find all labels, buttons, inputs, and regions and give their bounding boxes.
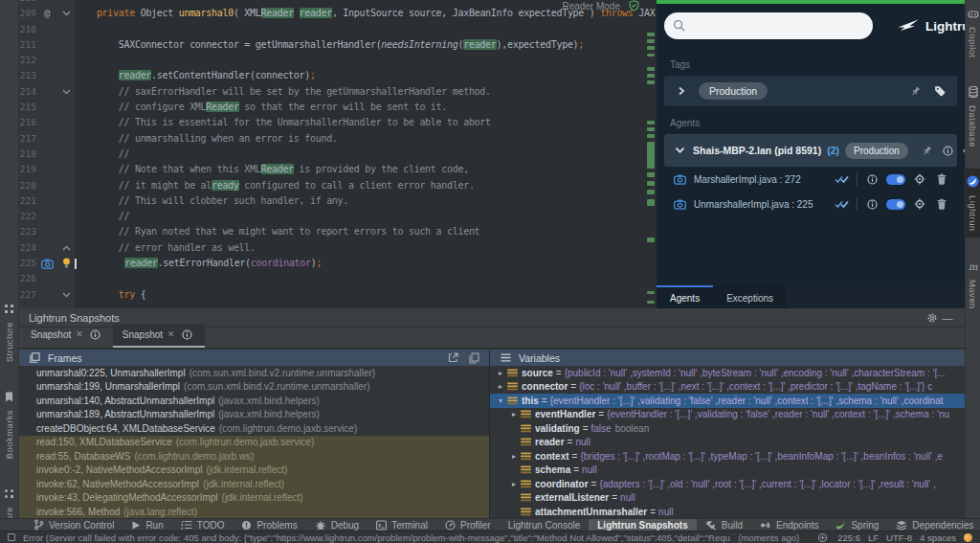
code-line[interactable]: 222 // <box>19 209 657 224</box>
toolwindow-button-dependencies[interactable]: Dependencies <box>887 519 980 532</box>
variable-row[interactable]: externalListener=null <box>490 491 965 506</box>
indent-setting[interactable]: 4 spaces <box>920 532 956 543</box>
inspections-shield-icon[interactable] <box>626 0 641 13</box>
fold-icon-slot[interactable] <box>57 84 75 100</box>
target-icon[interactable] <box>912 171 927 187</box>
tool-strip-item-maven[interactable]: mMaven <box>966 253 980 315</box>
camera-icon[interactable] <box>672 196 687 212</box>
info-icon[interactable] <box>941 143 956 158</box>
variable-row[interactable]: ▾this={eventHandler : '[...]' ,validatin… <box>490 394 965 408</box>
editor-scrollbar[interactable] <box>646 0 656 308</box>
lightrun-tab-exceptions[interactable]: Exceptions <box>713 285 787 308</box>
agent-row[interactable]: Shais-MBP-2.lan (pid 8591) (2) Productio… <box>664 134 957 167</box>
code-line[interactable]: 221 // This will clobber such handler, i… <box>19 193 657 209</box>
fold-icon-slot[interactable] <box>57 256 75 271</box>
code-line[interactable]: 224 // error handler as well. <box>19 240 657 256</box>
agent-snapshot-row[interactable]: UnmarshallerImpl.java : 225 <box>664 192 957 216</box>
toolwindow-button-run[interactable]: Run <box>122 519 171 532</box>
toolwindow-button-version-control[interactable]: Version Control <box>25 519 122 532</box>
toolwindow-button-lightrun-console[interactable]: Lightrun Console <box>500 519 590 532</box>
variable-row[interactable]: validating=falseboolean <box>490 421 965 436</box>
code-line[interactable]: 223 // Ryan noted that we might want to … <box>19 224 657 239</box>
variable-row[interactable]: ▸connector={loc : 'null' ,buffer : '[...… <box>490 380 965 395</box>
variable-row[interactable]: attachmentUnmarshaller=null <box>490 505 965 518</box>
frame-row[interactable]: read:150, XMLDatabaseService(com.lightru… <box>19 436 489 450</box>
trash-icon[interactable] <box>934 196 949 212</box>
tool-strip-item-copilot[interactable]: Copilot <box>966 0 980 63</box>
toolwindow-button-terminal[interactable]: Terminal <box>368 519 436 532</box>
code-line[interactable]: 227 try { <box>19 287 657 303</box>
frame-row[interactable]: unmarshal:189, AbstractUnmarshallerImpl(… <box>19 408 489 422</box>
frame-row[interactable]: createDBObject:64, XMLDatabaseService(co… <box>19 421 489 436</box>
info-icon[interactable] <box>864 171 880 187</box>
status-error-message[interactable]: Error (Server call failed with error cod… <box>23 532 730 543</box>
reader-mode-indicator[interactable]: Reader Mode <box>562 0 641 13</box>
tag-production-pill[interactable]: Production <box>699 82 768 100</box>
code-line[interactable]: 218 // <box>19 147 657 162</box>
search-input[interactable] <box>664 12 873 39</box>
variable-row[interactable]: ▸eventHandler={eventHandler : '[...]' ,v… <box>490 408 965 422</box>
frame-row[interactable]: unmarshal0:225, UnmarshallerImpl(com.sun… <box>19 366 489 380</box>
close-icon[interactable]: ✕ <box>167 329 175 339</box>
lightrun-tab-agents[interactable]: Agents <box>657 285 713 308</box>
agent-snapshot-row[interactable]: MarshallerImpl.java : 272 <box>664 167 957 192</box>
variable-row[interactable]: ▸source={publicId : 'null' ,systemId : '… <box>490 366 965 380</box>
snapshot-enabled-toggle[interactable] <box>886 199 905 210</box>
check2-icon[interactable] <box>835 196 850 212</box>
gear-icon[interactable] <box>924 310 940 326</box>
pin-icon[interactable] <box>920 143 935 158</box>
variable-row[interactable]: ▸context={bridges : '[...]' ,rootMap : '… <box>490 449 965 464</box>
code-line[interactable]: 217 // unmarshalling when an error is fo… <box>19 131 657 147</box>
expand-arrow[interactable]: ▸ <box>507 410 521 419</box>
code-line[interactable]: 210 <box>19 22 657 37</box>
notification-icon[interactable] <box>964 533 972 542</box>
code-line[interactable]: 220 // it might be already configured to… <box>19 178 657 193</box>
snapshot-location[interactable]: UnmarshallerImpl.java : 225 <box>694 199 813 210</box>
frame-row[interactable]: invoke:62, NativeMethodAccessorImpl(jdk.… <box>19 477 489 491</box>
frame-row[interactable]: invoke:566, Method(java.lang.reflect) <box>19 505 489 518</box>
frame-row[interactable]: unmarshal:140, AbstractUnmarshallerImpl(… <box>19 394 489 408</box>
toolwindow-button-problems[interactable]: Problems <box>233 519 305 532</box>
trash-icon[interactable] <box>934 171 949 187</box>
close-icon[interactable]: ✕ <box>76 329 83 339</box>
code-line[interactable]: 212 <box>19 53 657 68</box>
tool-strip-item-bookmarks[interactable]: Bookmarks <box>0 383 18 464</box>
snapshot-location[interactable]: MarshallerImpl.java : 272 <box>694 174 801 185</box>
code-line[interactable]: 213 reader.setContentHandler(connector); <box>19 68 657 83</box>
code-line[interactable]: 226 <box>19 271 657 286</box>
snapshot-tab[interactable]: Snapshot✕ <box>113 324 205 348</box>
variable-row[interactable]: schema=null <box>490 464 965 478</box>
tool-strip-item-database[interactable]: Database <box>966 79 980 153</box>
expand-arrow[interactable]: ▸ <box>507 480 521 488</box>
line-separator[interactable]: LF <box>868 532 879 543</box>
frame-row[interactable]: invoke0:-2, NativeMethodAccessorImpl(jdk… <box>19 464 489 478</box>
pin-icon[interactable] <box>907 83 923 99</box>
toolwindow-button-profiler[interactable]: Profiler <box>436 519 500 532</box>
copy-icon[interactable] <box>466 351 481 366</box>
code-line[interactable]: 209@ private Object unmarshal0( XMLReade… <box>19 6 657 21</box>
expand-arrow[interactable]: ▸ <box>494 382 507 391</box>
variable-row[interactable]: reader=null <box>490 436 965 450</box>
tag-icon[interactable] <box>932 83 947 99</box>
fold-icon-slot[interactable] <box>57 6 75 21</box>
expand-arrow[interactable]: ▾ <box>494 396 507 405</box>
gutter-icon-slot[interactable] <box>36 256 57 271</box>
snapshot-tab[interactable]: Snapshot✕ <box>21 324 113 348</box>
toolwindow-button-build[interactable]: Build <box>697 519 751 532</box>
tool-strip-item-structure[interactable]: Structure <box>0 295 18 368</box>
chevron-right-icon[interactable] <box>674 83 689 99</box>
toolwindow-button-debug[interactable]: Debug <box>306 519 368 532</box>
caret-position[interactable]: 225:6 <box>837 532 860 543</box>
toolwindow-button-spring[interactable]: Spring <box>827 519 887 532</box>
tool-strip-item-lightrun[interactable]: Lightrun <box>966 169 980 238</box>
tag-row[interactable]: Production <box>664 76 957 106</box>
gutter-icon-slot[interactable]: @ <box>36 6 57 21</box>
chevron-down-icon[interactable] <box>672 143 687 158</box>
snapshot-enabled-toggle[interactable] <box>886 174 905 185</box>
fold-icon-slot[interactable] <box>57 287 75 303</box>
frame-row[interactable]: read:55, DatabaseWS(com.lightrun.demo.ja… <box>19 449 489 464</box>
code-line[interactable]: 214 // saxErrorHandler will be set by th… <box>19 84 657 100</box>
code-line[interactable]: 216 // This is essential for the Unmarsh… <box>19 115 657 130</box>
variable-row[interactable]: ▸coordinator={adapters : '[...]' ,old : … <box>490 477 965 491</box>
toolwindow-button-todo[interactable]: TODO <box>172 519 234 532</box>
